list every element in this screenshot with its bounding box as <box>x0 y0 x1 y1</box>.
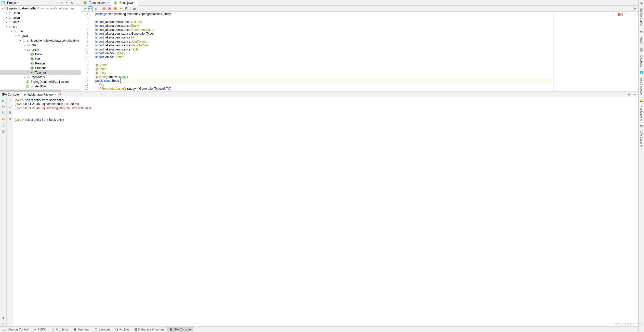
console-output[interactable]: jpa-ql> select entity from Book entity [… <box>13 97 638 326</box>
chevron-down-icon[interactable]: ▾ <box>14 35 17 37</box>
gear-icon[interactable]: ⚙ <box>632 6 637 11</box>
chevron-down-icon[interactable]: ▾ <box>19 39 22 42</box>
tree-class-person[interactable]: CPerson <box>0 61 81 66</box>
tool-webinspector[interactable]: Web Inspector <box>640 76 643 97</box>
tree-folder-java[interactable]: ▾🗀java <box>0 34 81 38</box>
tree-package-entity[interactable]: ▾🗀entity <box>0 47 81 52</box>
tree-folder-main[interactable]: ▾🗀main <box>0 29 81 34</box>
tree-class-car[interactable]: CCar <box>0 57 81 61</box>
chevron-down-icon[interactable]: ▾ <box>23 48 27 51</box>
tool-notifications[interactable]: Notifications <box>640 104 643 122</box>
gear-icon[interactable]: ⚙ <box>627 92 631 97</box>
tool-jpadesigner[interactable]: JPA Designer <box>640 130 643 149</box>
project-tree[interactable]: ▾ spring-data-intellij D:\workspace\inte… <box>0 6 81 89</box>
globe-icon[interactable]: 🌐 <box>639 70 643 74</box>
trash-icon[interactable]: 🗑 <box>8 117 12 121</box>
print-icon[interactable]: 🖶 <box>8 111 12 115</box>
refresh-icon[interactable]: ⟳ <box>83 6 87 11</box>
project-title[interactable]: Project <box>7 1 17 5</box>
status-problems[interactable]: ⊘Problems <box>49 327 71 332</box>
chevron-down-icon[interactable]: ▾ <box>18 2 19 4</box>
tree-folder-src[interactable]: ▾🗀src <box>0 24 81 29</box>
package-icon: 🗀 <box>27 43 31 47</box>
wand-icon[interactable]: ✦ <box>119 6 123 11</box>
tab-book[interactable]: C Book.java × <box>111 0 138 6</box>
tool-copilot[interactable]: GitHub Copilot <box>640 7 643 28</box>
chevron-up-icon[interactable]: ⌃ <box>625 13 627 16</box>
chevron-down-icon[interactable]: ▾ <box>1 7 4 10</box>
chevron-down-icon[interactable]: ⌄ <box>628 13 630 16</box>
tree-class-studentdto[interactable]: CStudentDto <box>0 84 81 89</box>
scroll-to-end-icon[interactable]: ⤓ <box>8 104 12 109</box>
chevron-right-icon[interactable]: ▸ <box>23 44 27 46</box>
status-dbchanges[interactable]: 🗄Database Changes <box>132 327 167 332</box>
close-icon[interactable]: × <box>55 93 56 96</box>
status-profiler[interactable]: ◔Profiler <box>113 327 131 332</box>
error-indicator[interactable]: ! 3 ⌃ ⌄ <box>618 13 630 16</box>
copilot-icon[interactable]: ◉ <box>639 1 643 5</box>
status-vcs[interactable]: ⎇Version Control <box>1 327 31 332</box>
close-icon[interactable]: ✕ <box>1 322 6 326</box>
tool-database[interactable]: Database <box>640 54 643 68</box>
pause-icon[interactable]: ◐ <box>1 117 6 121</box>
status-services[interactable]: ⬡Services <box>92 327 112 332</box>
status-terminal[interactable]: ▣Terminal <box>71 327 91 332</box>
code-editor[interactable]: package cn.tuyucheng.taketoday.springdat… <box>93 12 553 91</box>
editor-gutter[interactable]: 1234567891011121314151617181920 <box>81 12 93 91</box>
chevron-right-icon[interactable]: ▸ <box>23 76 27 78</box>
gear-icon[interactable]: ⚙ <box>70 1 74 5</box>
chevron-right-icon[interactable]: ▸ <box>5 21 8 23</box>
wrench-icon[interactable]: 🔧 <box>1 111 6 115</box>
project-scrollbar[interactable] <box>0 89 81 91</box>
tree-package-repository[interactable]: ▸🗀repository <box>0 75 81 79</box>
grid-icon[interactable]: ▦ <box>132 6 137 11</box>
database-icon[interactable]: 🗄 <box>639 48 643 52</box>
tab-teacher[interactable]: C Teacher.java × <box>81 0 111 6</box>
collapse-all-icon[interactable]: ⇱ <box>65 1 69 5</box>
expand-all-icon[interactable]: ⇲ <box>60 1 64 5</box>
layout-icon[interactable]: ▤ <box>1 129 6 134</box>
tree-folder-data[interactable]: ▸🗀data <box>0 20 81 24</box>
console-tab[interactable]: entityManagerFactory × <box>22 92 59 97</box>
error-strip[interactable] <box>635 12 638 91</box>
tree-folder-idea[interactable]: ▸🗀.idea <box>0 11 81 15</box>
locate-icon[interactable]: ◎ <box>55 1 59 5</box>
attr-a-icon[interactable]: a <box>102 6 106 11</box>
tree-class-book[interactable]: CBook <box>0 52 81 57</box>
chevron-down-icon[interactable]: ▾ <box>5 25 8 28</box>
stop-icon[interactable]: ■ <box>1 316 6 320</box>
run-icon[interactable]: ▶ <box>1 98 6 103</box>
tree-root[interactable]: ▾ spring-data-intellij D:\workspace\inte… <box>0 6 81 11</box>
bell-icon[interactable]: 🔔 <box>639 98 643 102</box>
soft-wrap-icon[interactable]: ↩ <box>8 98 12 103</box>
ddl-icon[interactable]: DDL <box>88 6 93 11</box>
annotation-arrow <box>61 94 81 94</box>
maven-icon[interactable]: m <box>639 30 643 34</box>
tree-class-app[interactable]: CSpringDataIntellijApplication <box>0 79 81 84</box>
sort-icon[interactable]: ↓↑ <box>138 6 142 11</box>
rerun-icon[interactable]: ⟲ <box>1 104 6 109</box>
close-icon[interactable]: × <box>134 1 136 4</box>
attr-m-icon[interactable]: m <box>107 6 112 11</box>
more-icon[interactable]: ⋮ <box>634 1 638 5</box>
tree-package[interactable]: ▾🗀cn.tuyucheng.taketoday.springdatainte <box>0 38 81 43</box>
structure-icon[interactable]: ⋔ <box>94 6 98 11</box>
tool-maven[interactable]: Maven <box>640 36 643 46</box>
tree-package-dto[interactable]: ▸🗀dto <box>0 43 81 47</box>
db-icon[interactable]: 🗄 <box>124 6 129 11</box>
tree-folder-mvn[interactable]: ▸🗀.mvn <box>0 15 81 20</box>
history-icon[interactable]: 🕓 <box>1 123 6 127</box>
tree-class-teacher[interactable]: CTeacher <box>0 70 81 75</box>
chevron-right-icon[interactable]: ▸ <box>5 16 8 19</box>
status-jpaconsole[interactable]: ▣JPA Console <box>167 327 193 332</box>
attr-k-icon[interactable]: ⓚ <box>113 6 117 11</box>
tree-class-student[interactable]: CStudent <box>0 66 81 70</box>
close-icon[interactable]: × <box>107 1 109 4</box>
jpa-icon[interactable]: ▦ <box>639 124 643 128</box>
status-todo[interactable]: ≡TODO <box>31 327 48 332</box>
chevron-right-icon[interactable]: ▸ <box>5 12 8 14</box>
hide-icon[interactable]: — <box>632 92 636 97</box>
editor-body[interactable]: 1234567891011121314151617181920 package … <box>81 12 638 91</box>
hide-icon[interactable]: — <box>75 1 79 5</box>
chevron-down-icon[interactable]: ▾ <box>10 30 13 33</box>
